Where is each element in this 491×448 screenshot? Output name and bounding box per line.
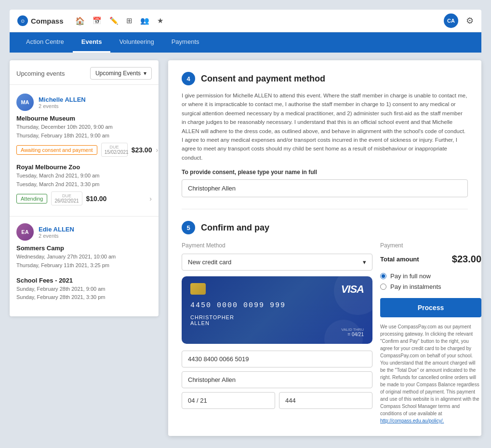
star-icon[interactable]: ★	[157, 16, 163, 25]
step5-body: Payment Method New credit card ▾ VISA 44…	[182, 242, 468, 424]
step4-title: Consent and payment method	[201, 74, 325, 84]
step4-header: 4 Consent and payment method	[182, 72, 468, 85]
status-badge-1: Awaiting consent and payment	[16, 145, 97, 155]
disclaimer-link[interactable]: http://compass.edu.au/policy/.	[380, 418, 444, 423]
calendar-icon[interactable]: 📅	[93, 16, 102, 25]
step5-title: Confirm and pay	[201, 223, 269, 233]
event-name-1: Melbourne Museum	[16, 115, 152, 122]
chevron-right-2[interactable]: ›	[149, 195, 152, 203]
due-date-2: 26/02/2021	[54, 198, 79, 204]
events-panel: Upcoming events Upcoming Events ▾ MA Mic…	[10, 60, 159, 316]
student-name-1[interactable]: Michelle ALLEN	[39, 96, 86, 103]
dropdown-chevron-icon-2: ▾	[363, 258, 366, 266]
event-dates-2: Tuesday, March 2nd 2021, 9:00 am Tuesday…	[16, 172, 152, 189]
credit-card-visual: VISA 4450 0000 0099 999 CHRISTOPHER ALLE…	[182, 276, 372, 344]
event-name-3: Sommers Camp	[16, 244, 152, 252]
tab-payments[interactable]: Payments	[163, 32, 208, 53]
total-row: Total amount $23.00	[380, 254, 481, 265]
event-dates-1: Thursday, December 10th 2020, 9:00 am Th…	[16, 123, 152, 140]
event-item-4: School Fees - 2021 Sunday, February 28th…	[16, 277, 152, 302]
chevron-right-1[interactable]: ›	[156, 146, 158, 154]
consent-input-label: To provide consent, please type your nam…	[182, 169, 468, 176]
event-row-1: Awaiting consent and payment Due 15/02/2…	[16, 143, 152, 157]
event-name-2: Royal Melbourne Zoo	[16, 163, 152, 171]
step4-circle: 4	[182, 72, 195, 85]
pay-full-radio[interactable]	[380, 273, 386, 279]
student-section-2: EA Edie ALLEN 2 events Sommers Camp Wedn…	[10, 219, 159, 309]
events-panel-header: Upcoming events Upcoming Events ▾	[10, 67, 159, 85]
due-box-1: Due 15/02/2021	[101, 143, 128, 157]
student-header-2: EA Edie ALLEN 2 events	[16, 223, 152, 241]
expiry-input[interactable]	[182, 392, 275, 409]
tab-bar: Action Centre Events Volunteering Paymen…	[10, 32, 481, 53]
events-panel-title: Upcoming events	[16, 70, 65, 77]
status-badge-2: Attending	[16, 194, 47, 204]
student-events-count-2: 2 events	[39, 233, 74, 239]
main-content: Upcoming events Upcoming Events ▾ MA Mic…	[10, 60, 481, 436]
dropdown-chevron-icon: ▾	[144, 70, 146, 77]
amount-2: $10.00	[86, 195, 107, 203]
amount-1: $23.00	[132, 146, 152, 154]
cvv-input[interactable]	[279, 392, 372, 409]
event-row-2: Attending Due 26/02/2021 $10.00 ›	[16, 191, 152, 205]
payment-panel: 4 Consent and payment method I give perm…	[168, 60, 481, 436]
consent-text: I give permission for Michelle ALLEN to …	[182, 91, 468, 162]
cardholder-input[interactable]	[182, 371, 372, 388]
logo-icon: ⊙	[17, 15, 28, 26]
payment-col-title: Payment	[380, 242, 481, 249]
step4-section: 4 Consent and payment method I give perm…	[182, 72, 468, 197]
edit-icon[interactable]: ✏️	[109, 16, 119, 25]
event-dates-3: Wednesday, January 27th 2021, 10:00 am T…	[16, 253, 152, 270]
pay-instalments-radio[interactable]	[380, 284, 386, 290]
step5-circle: 5	[182, 221, 195, 234]
payment-method-label: Payment Method	[182, 242, 372, 249]
card-number-input[interactable]	[182, 351, 372, 367]
tab-action-centre[interactable]: Action Centre	[17, 32, 73, 53]
consent-name-input[interactable]	[182, 179, 468, 197]
card-details-row	[182, 392, 372, 409]
avatar-michelle: MA	[16, 94, 34, 111]
pay-full-option[interactable]: Pay in full now	[380, 272, 481, 280]
pay-instalments-option[interactable]: Pay in instalments	[380, 283, 481, 290]
logo-text: Compass	[31, 17, 64, 25]
student-events-count-1: 2 events	[39, 103, 86, 109]
card-type-dropdown[interactable]: New credit card ▾	[182, 254, 372, 271]
event-item-1: Melbourne Museum Thursday, December 10th…	[16, 115, 152, 157]
step5-header: 5 Confirm and pay	[182, 221, 468, 234]
total-label: Total amount	[380, 256, 419, 263]
logo-area: ⊙ Compass	[17, 15, 64, 26]
process-button[interactable]: Process	[380, 298, 481, 317]
tab-events[interactable]: Events	[73, 32, 111, 53]
student-name-2[interactable]: Edie ALLEN	[39, 226, 74, 233]
avatar[interactable]: CA	[444, 14, 458, 28]
student-section-1: MA Michelle ALLEN 2 events Melbourne Mus…	[10, 90, 159, 213]
event-item-3: Sommers Camp Wednesday, January 27th 202…	[16, 244, 152, 270]
upcoming-events-dropdown[interactable]: Upcoming Events ▾	[90, 67, 152, 80]
grid-icon[interactable]: ⊞	[126, 16, 133, 25]
event-dates-4: Sunday, February 28th 2021, 9:00 am Sund…	[16, 285, 152, 302]
payment-method-col: Payment Method New credit card ▾ VISA 44…	[182, 242, 372, 424]
due-date-1: 15/02/2021	[105, 149, 124, 155]
event-name-4: School Fees - 2021	[16, 277, 152, 284]
payment-info-col: Payment Total amount $23.00 Pay in full …	[380, 242, 481, 424]
card-visa-logo: VISA	[341, 283, 364, 296]
users-icon[interactable]: 👥	[140, 16, 149, 25]
step5-section: 5 Confirm and pay Payment Method New cre…	[182, 221, 468, 424]
card-chip	[190, 283, 206, 295]
student-header-1: MA Michelle ALLEN 2 events	[16, 94, 152, 111]
due-label-2: Due	[54, 193, 79, 198]
event-item-2: Royal Melbourne Zoo Tuesday, March 2nd 2…	[16, 163, 152, 205]
radio-group: Pay in full now Pay in instalments	[380, 272, 481, 290]
gear-icon[interactable]: ⚙	[466, 15, 474, 26]
total-amount: $23.00	[452, 254, 481, 265]
due-box-2: Due 26/02/2021	[51, 191, 82, 205]
home-icon[interactable]: 🏠	[75, 16, 85, 26]
payment-disclaimer: We use CompassPay.com as our payment pro…	[380, 323, 481, 424]
card-expiry-display: VALID THRU = 04/21	[341, 327, 364, 337]
due-label-1: Due	[105, 145, 124, 149]
avatar-edie: EA	[16, 223, 34, 241]
top-nav: ⊙ Compass 🏠 📅 ✏️ ⊞ 👥 ★ CA ⚙	[10, 10, 481, 32]
tab-volunteering[interactable]: Volunteering	[110, 32, 162, 53]
